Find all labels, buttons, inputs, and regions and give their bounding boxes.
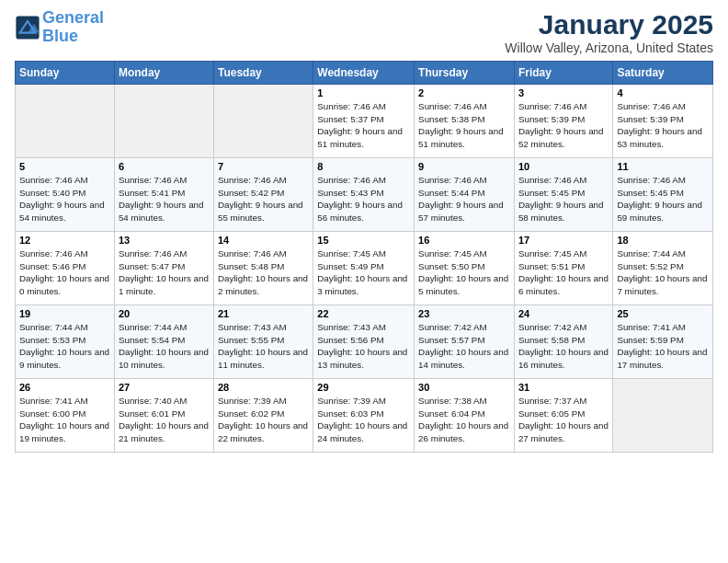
calendar-cell: 30Sunrise: 7:38 AM Sunset: 6:04 PM Dayli…	[415, 379, 515, 453]
day-info: Sunrise: 7:46 AM Sunset: 5:44 PM Dayligh…	[418, 174, 510, 224]
day-number: 8	[317, 161, 410, 172]
day-of-week-header: Friday	[514, 62, 612, 85]
calendar-cell: 9Sunrise: 7:46 AM Sunset: 5:44 PM Daylig…	[415, 158, 515, 232]
day-info: Sunrise: 7:41 AM Sunset: 5:59 PM Dayligh…	[617, 321, 709, 372]
month-title: January 2025	[505, 9, 713, 40]
day-number: 17	[518, 235, 609, 246]
calendar-cell	[16, 85, 115, 158]
calendar-cell: 20Sunrise: 7:44 AM Sunset: 5:54 PM Dayli…	[114, 305, 213, 379]
calendar-cell	[213, 85, 313, 158]
day-info: Sunrise: 7:44 AM Sunset: 5:53 PM Dayligh…	[19, 321, 110, 372]
day-number: 31	[518, 382, 609, 393]
calendar-cell: 28Sunrise: 7:39 AM Sunset: 6:02 PM Dayli…	[213, 379, 313, 453]
calendar-cell: 31Sunrise: 7:37 AM Sunset: 6:05 PM Dayli…	[514, 379, 612, 453]
day-info: Sunrise: 7:45 AM Sunset: 5:50 PM Dayligh…	[418, 247, 510, 298]
day-info: Sunrise: 7:46 AM Sunset: 5:40 PM Dayligh…	[19, 174, 110, 224]
calendar-cell: 18Sunrise: 7:44 AM Sunset: 5:52 PM Dayli…	[613, 232, 713, 305]
calendar-cell: 17Sunrise: 7:45 AM Sunset: 5:51 PM Dayli…	[514, 232, 612, 305]
calendar-cell: 22Sunrise: 7:43 AM Sunset: 5:56 PM Dayli…	[313, 305, 415, 379]
day-info: Sunrise: 7:44 AM Sunset: 5:54 PM Dayligh…	[119, 321, 210, 372]
day-info: Sunrise: 7:42 AM Sunset: 5:57 PM Dayligh…	[418, 321, 510, 372]
day-info: Sunrise: 7:46 AM Sunset: 5:37 PM Dayligh…	[317, 100, 410, 151]
day-info: Sunrise: 7:38 AM Sunset: 6:04 PM Dayligh…	[418, 395, 510, 445]
day-number: 1	[317, 87, 410, 98]
day-info: Sunrise: 7:46 AM Sunset: 5:38 PM Dayligh…	[418, 100, 510, 151]
calendar-cell: 29Sunrise: 7:39 AM Sunset: 6:03 PM Dayli…	[313, 379, 415, 453]
day-info: Sunrise: 7:45 AM Sunset: 5:49 PM Dayligh…	[317, 247, 410, 298]
day-info: Sunrise: 7:46 AM Sunset: 5:45 PM Dayligh…	[617, 174, 709, 224]
calendar-cell: 16Sunrise: 7:45 AM Sunset: 5:50 PM Dayli…	[415, 232, 515, 305]
day-of-week-header: Saturday	[613, 62, 713, 85]
calendar-cell: 1Sunrise: 7:46 AM Sunset: 5:37 PM Daylig…	[313, 85, 415, 158]
calendar-cell: 7Sunrise: 7:46 AM Sunset: 5:42 PM Daylig…	[213, 158, 313, 232]
logo-text: General Blue	[42, 9, 104, 46]
day-info: Sunrise: 7:46 AM Sunset: 5:48 PM Dayligh…	[218, 247, 309, 298]
day-number: 9	[418, 161, 510, 172]
day-number: 25	[617, 308, 709, 319]
day-info: Sunrise: 7:46 AM Sunset: 5:42 PM Dayligh…	[218, 174, 309, 224]
day-info: Sunrise: 7:37 AM Sunset: 6:05 PM Dayligh…	[518, 395, 609, 445]
day-number: 22	[317, 308, 410, 319]
calendar-week-row: 19Sunrise: 7:44 AM Sunset: 5:53 PM Dayli…	[16, 305, 713, 379]
day-number: 12	[19, 235, 110, 246]
logo-icon	[15, 15, 40, 40]
day-number: 2	[418, 87, 510, 98]
calendar-cell: 19Sunrise: 7:44 AM Sunset: 5:53 PM Dayli…	[16, 305, 115, 379]
day-info: Sunrise: 7:46 AM Sunset: 5:47 PM Dayligh…	[119, 247, 210, 298]
calendar-week-row: 26Sunrise: 7:41 AM Sunset: 6:00 PM Dayli…	[16, 379, 713, 453]
day-info: Sunrise: 7:46 AM Sunset: 5:45 PM Dayligh…	[518, 174, 609, 224]
page-container: General Blue January 2025 Willow Valley,…	[0, 0, 728, 460]
calendar-header-row: SundayMondayTuesdayWednesdayThursdayFrid…	[16, 62, 713, 85]
day-number: 3	[518, 87, 609, 98]
day-number: 4	[617, 87, 709, 98]
day-number: 5	[19, 161, 110, 172]
day-number: 30	[418, 382, 510, 393]
day-number: 10	[518, 161, 609, 172]
calendar-cell: 24Sunrise: 7:42 AM Sunset: 5:58 PM Dayli…	[514, 305, 612, 379]
calendar-cell: 6Sunrise: 7:46 AM Sunset: 5:41 PM Daylig…	[114, 158, 213, 232]
day-number: 13	[119, 235, 210, 246]
calendar-cell: 4Sunrise: 7:46 AM Sunset: 5:39 PM Daylig…	[613, 85, 713, 158]
header: General Blue January 2025 Willow Valley,…	[15, 9, 713, 55]
day-of-week-header: Sunday	[16, 62, 115, 85]
day-info: Sunrise: 7:46 AM Sunset: 5:39 PM Dayligh…	[617, 100, 709, 151]
day-number: 24	[518, 308, 609, 319]
day-number: 14	[218, 235, 309, 246]
day-of-week-header: Wednesday	[313, 62, 415, 85]
day-number: 16	[418, 235, 510, 246]
calendar-cell: 11Sunrise: 7:46 AM Sunset: 5:45 PM Dayli…	[613, 158, 713, 232]
day-info: Sunrise: 7:43 AM Sunset: 5:56 PM Dayligh…	[317, 321, 410, 372]
day-number: 11	[617, 161, 709, 172]
day-number: 6	[119, 161, 210, 172]
location-title: Willow Valley, Arizona, United States	[505, 40, 713, 55]
day-info: Sunrise: 7:42 AM Sunset: 5:58 PM Dayligh…	[518, 321, 609, 372]
day-info: Sunrise: 7:41 AM Sunset: 6:00 PM Dayligh…	[19, 395, 110, 445]
day-number: 19	[19, 308, 110, 319]
calendar-cell: 12Sunrise: 7:46 AM Sunset: 5:46 PM Dayli…	[16, 232, 115, 305]
day-number: 7	[218, 161, 309, 172]
day-number: 15	[317, 235, 410, 246]
day-info: Sunrise: 7:46 AM Sunset: 5:46 PM Dayligh…	[19, 247, 110, 298]
day-info: Sunrise: 7:40 AM Sunset: 6:01 PM Dayligh…	[119, 395, 210, 445]
calendar-week-row: 12Sunrise: 7:46 AM Sunset: 5:46 PM Dayli…	[16, 232, 713, 305]
day-of-week-header: Tuesday	[213, 62, 313, 85]
calendar-week-row: 1Sunrise: 7:46 AM Sunset: 5:37 PM Daylig…	[16, 85, 713, 158]
day-number: 23	[418, 308, 510, 319]
logo: General Blue	[15, 9, 104, 46]
day-number: 21	[218, 308, 309, 319]
day-number: 27	[119, 382, 210, 393]
day-info: Sunrise: 7:46 AM Sunset: 5:43 PM Dayligh…	[317, 174, 410, 224]
day-number: 18	[617, 235, 709, 246]
day-info: Sunrise: 7:45 AM Sunset: 5:51 PM Dayligh…	[518, 247, 609, 298]
calendar-week-row: 5Sunrise: 7:46 AM Sunset: 5:40 PM Daylig…	[16, 158, 713, 232]
day-of-week-header: Monday	[114, 62, 213, 85]
day-info: Sunrise: 7:39 AM Sunset: 6:03 PM Dayligh…	[317, 395, 410, 445]
day-info: Sunrise: 7:43 AM Sunset: 5:55 PM Dayligh…	[218, 321, 309, 372]
calendar-cell	[114, 85, 213, 158]
day-number: 20	[119, 308, 210, 319]
title-block: January 2025 Willow Valley, Arizona, Uni…	[505, 9, 713, 55]
calendar-cell: 10Sunrise: 7:46 AM Sunset: 5:45 PM Dayli…	[514, 158, 612, 232]
day-info: Sunrise: 7:44 AM Sunset: 5:52 PM Dayligh…	[617, 247, 709, 298]
calendar-cell: 8Sunrise: 7:46 AM Sunset: 5:43 PM Daylig…	[313, 158, 415, 232]
calendar-cell: 13Sunrise: 7:46 AM Sunset: 5:47 PM Dayli…	[114, 232, 213, 305]
